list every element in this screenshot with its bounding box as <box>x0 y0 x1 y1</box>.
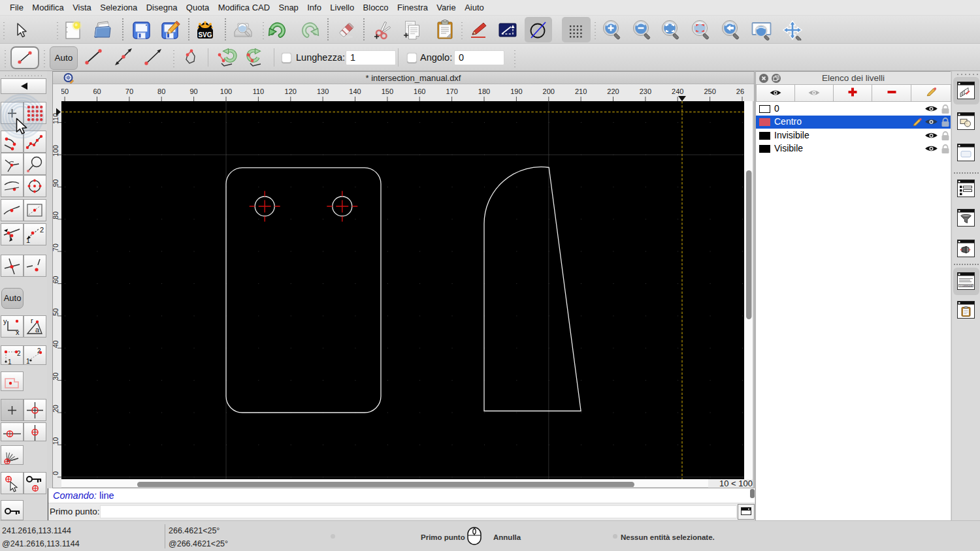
svg-text:100: 100 <box>220 87 232 95</box>
svg-text:160: 160 <box>414 87 425 95</box>
svg-text:90: 90 <box>189 87 197 95</box>
svg-text:110: 110 <box>253 87 265 95</box>
svg-text:y: y <box>3 317 7 325</box>
svg-text:150: 150 <box>382 87 393 95</box>
svg-text:x: x <box>16 328 20 336</box>
svg-text:> command: > command <box>960 285 972 287</box>
svg-text:180: 180 <box>478 87 490 95</box>
svg-text:130: 130 <box>317 87 329 95</box>
svg-text:10: 10 <box>53 437 59 445</box>
svg-text:250: 250 <box>704 87 715 95</box>
svg-text:120: 120 <box>285 87 297 95</box>
svg-text:40: 40 <box>53 340 59 348</box>
svg-text:210: 210 <box>575 87 587 95</box>
svg-text:140: 140 <box>349 87 361 95</box>
svg-text:70: 70 <box>53 244 59 251</box>
svg-text:60: 60 <box>53 276 59 284</box>
svg-text:2: 2 <box>40 226 44 234</box>
svg-text:50: 50 <box>53 308 59 316</box>
svg-text:80: 80 <box>157 87 165 95</box>
svg-text:190: 190 <box>510 87 522 95</box>
svg-text:50: 50 <box>61 87 69 95</box>
svg-text:10 < 100: 10 < 100 <box>719 479 753 488</box>
svg-text:SVG: SVG <box>198 31 212 39</box>
svg-text:170: 170 <box>446 87 457 95</box>
svg-text:220: 220 <box>607 87 619 95</box>
svg-text:200: 200 <box>543 87 555 95</box>
svg-text:r: r <box>31 317 33 324</box>
svg-text:1: 1 <box>26 358 30 364</box>
svg-text:60: 60 <box>93 87 101 95</box>
svg-text:80: 80 <box>53 212 59 219</box>
svg-text:240: 240 <box>672 87 683 95</box>
svg-text:70: 70 <box>125 87 133 95</box>
svg-text:2: 2 <box>17 350 21 357</box>
svg-text:30: 30 <box>53 373 59 381</box>
svg-text:0: 0 <box>53 471 59 475</box>
svg-text:230: 230 <box>640 87 651 95</box>
svg-text:90: 90 <box>53 179 59 187</box>
svg-text:1: 1 <box>8 358 12 364</box>
svg-text:20: 20 <box>53 405 59 413</box>
